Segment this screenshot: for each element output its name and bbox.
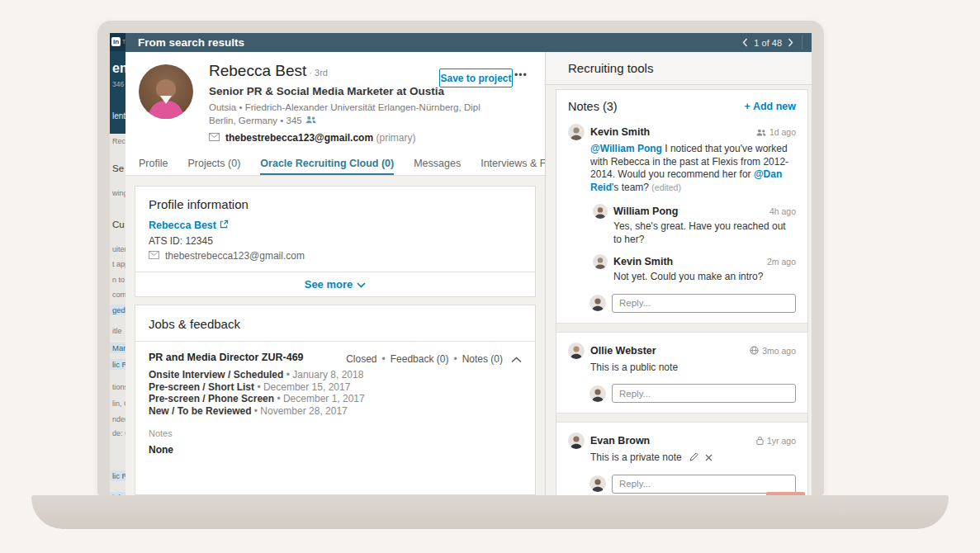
background-nav: in T. bbox=[110, 33, 125, 51]
notes-section-title: Notes (3) bbox=[568, 100, 618, 113]
edit-note-pencil-icon[interactable] bbox=[689, 452, 698, 463]
job-feedback-count[interactable]: Feedback (0) bbox=[391, 353, 449, 365]
candidate-email-row: thebestrebecca123@gmail.com (primary) bbox=[209, 132, 415, 144]
reply-author-avatar bbox=[593, 204, 608, 219]
laptop-base bbox=[31, 495, 949, 529]
background-fragment: tions bbox=[112, 383, 125, 391]
collapse-job-button[interactable] bbox=[508, 353, 522, 366]
mention-link[interactable]: @William Pong bbox=[590, 143, 662, 154]
background-page-strip: in T. en346lentRecorSewingCuuitert appn … bbox=[110, 33, 125, 495]
save-to-project-button[interactable]: Save to project bbox=[439, 69, 513, 87]
job-stage: Pre-screen / Phone Screen • December 1, … bbox=[149, 393, 373, 405]
candidate-name: Rebecca Best bbox=[209, 62, 306, 79]
note-author: Evan Brown bbox=[590, 435, 650, 447]
background-fragment: wing bbox=[112, 189, 125, 197]
note-author: Kevin Smith bbox=[590, 126, 650, 138]
screen-viewport: in T. en346lentRecorSewingCuuitert appn … bbox=[110, 33, 812, 495]
reply-input[interactable] bbox=[612, 294, 796, 313]
chevron-right-icon[interactable] bbox=[788, 35, 793, 50]
see-more-button[interactable]: See more bbox=[135, 272, 535, 296]
background-fragment: lic R bbox=[110, 359, 125, 370]
background-fragment: en bbox=[112, 61, 125, 76]
tab-oracle-recruiting-cloud[interactable]: Oracle Recruiting Cloud (0) bbox=[260, 153, 394, 175]
candidate-name-row: Rebecca Best· 3rd bbox=[209, 62, 328, 80]
stage-date: January 8, 2018 bbox=[292, 369, 363, 380]
candidate-detail-overlay: From search results 1 of 48 bbox=[125, 33, 812, 495]
dot-separator: • bbox=[382, 353, 386, 365]
stage-date: December 1, 2017 bbox=[283, 393, 365, 404]
tab-messages[interactable]: Messages bbox=[414, 153, 461, 175]
dot-separator: • bbox=[453, 353, 457, 365]
thread-divider bbox=[556, 323, 807, 333]
job-details: PR and Media Director ZUR-469 Onsite Int… bbox=[149, 352, 373, 456]
connections-icon bbox=[305, 116, 316, 125]
background-fragment: de: C bbox=[112, 429, 125, 437]
recruiting-tools-body: Notes (3) + Add new Kevin Smith bbox=[546, 85, 812, 495]
notes-card: Notes (3) + Add new Kevin Smith bbox=[556, 89, 808, 495]
current-user-avatar bbox=[589, 385, 606, 402]
background-fragment: lent bbox=[112, 111, 125, 121]
job-status: Closed bbox=[346, 353, 376, 365]
recruiting-tools-header: Recruiting tools bbox=[546, 52, 812, 85]
profile-header: Rebecca Best· 3rd Senior PR & Social Med… bbox=[125, 52, 545, 153]
stage-label: Pre-screen / Short List bbox=[149, 381, 254, 393]
overlay-main: Rebecca Best· 3rd Senior PR & Social Med… bbox=[125, 52, 812, 495]
recruiting-tools-panel: Recruiting tools Notes (3) + Add new bbox=[545, 52, 812, 495]
tab-profile[interactable]: Profile bbox=[139, 153, 168, 175]
note-text: @William Pong I noticed that you've work… bbox=[590, 143, 796, 194]
chevron-left-icon[interactable] bbox=[742, 35, 748, 50]
background-fragment: nder bbox=[112, 415, 125, 423]
current-user-avatar bbox=[589, 295, 606, 311]
add-note-button[interactable]: + Add new bbox=[745, 101, 796, 112]
job-meta: Closed • Feedback (0) • Notes (0) bbox=[373, 352, 522, 456]
candidate-location: Berlin, Germany • 345 bbox=[209, 116, 316, 125]
jobs-feedback-card: Jobs & feedback PR and Media Director ZU… bbox=[135, 305, 536, 495]
background-fragment: t app bbox=[112, 260, 125, 268]
background-fragment: 346 bbox=[112, 80, 124, 88]
note-thread: Ollie Webster 3mo ago This is a public n… bbox=[568, 343, 796, 404]
background-fragment: uiter bbox=[112, 245, 125, 253]
see-more-label: See more bbox=[305, 278, 353, 291]
reply-input[interactable] bbox=[612, 384, 796, 403]
background-fragment: lin, C bbox=[112, 399, 125, 408]
note-author-avatar bbox=[568, 124, 585, 140]
background-fragment: com bbox=[112, 291, 125, 299]
job-notes-value: None bbox=[149, 444, 373, 456]
email-icon bbox=[209, 132, 220, 144]
reply-input[interactable] bbox=[612, 475, 796, 494]
ats-profile-link[interactable]: Rebecca Best bbox=[149, 220, 522, 231]
note-thread: Evan Brown 1yr ago This i bbox=[568, 432, 796, 494]
topbar-separator bbox=[802, 35, 802, 50]
pagination: 1 of 48 bbox=[742, 33, 793, 52]
public-note-globe-icon bbox=[750, 343, 759, 358]
reply-time: 2m ago bbox=[767, 257, 796, 267]
chevron-down-icon bbox=[357, 278, 366, 291]
note-time: 3mo ago bbox=[762, 346, 796, 356]
pagination-count: 1 of 48 bbox=[754, 38, 782, 48]
background-fragment: itle bbox=[112, 327, 122, 335]
profile-overflow-button[interactable]: ••• bbox=[514, 69, 528, 81]
delete-note-x-icon[interactable] bbox=[705, 452, 713, 463]
email-icon bbox=[149, 250, 159, 262]
note-thread: Kevin Smith 1d ago @Willi bbox=[568, 124, 796, 313]
background-fragment: Se bbox=[112, 163, 124, 173]
profile-tabs: Profile Projects (0) Oracle Recruiting C… bbox=[125, 153, 545, 176]
tab-projects[interactable]: Projects (0) bbox=[187, 153, 240, 175]
shared-note-icon bbox=[756, 125, 766, 139]
note-text: This is a public note bbox=[590, 362, 796, 375]
profile-info-email-row: thebestrebecca123@gmail.com bbox=[149, 250, 522, 262]
recruiting-tools-title: Recruiting tools bbox=[568, 61, 653, 75]
job-notes-count[interactable]: Notes (0) bbox=[462, 353, 503, 365]
reply-author-avatar bbox=[593, 254, 608, 269]
profile-tab-content: Profile information Rebecca Best ATS ID:… bbox=[125, 176, 545, 495]
job-stage: New / To be Reviewed • November 28, 2017 bbox=[149, 405, 373, 418]
job-title: PR and Media Director ZUR-469 bbox=[149, 352, 373, 363]
stage-label: New / To be Reviewed bbox=[149, 405, 251, 417]
stage-label: Onsite Interview / Scheduled bbox=[149, 369, 283, 380]
background-fragment: ged v bbox=[110, 305, 125, 315]
note-reply: William Pong 4h ago Yes, she's great. Ha… bbox=[593, 204, 796, 246]
background-fragment: Recor bbox=[112, 137, 125, 145]
ats-id: ATS ID: 12345 bbox=[149, 235, 522, 247]
background-fragment: Cu bbox=[112, 220, 125, 229]
background-fragment: lic R bbox=[110, 470, 125, 481]
